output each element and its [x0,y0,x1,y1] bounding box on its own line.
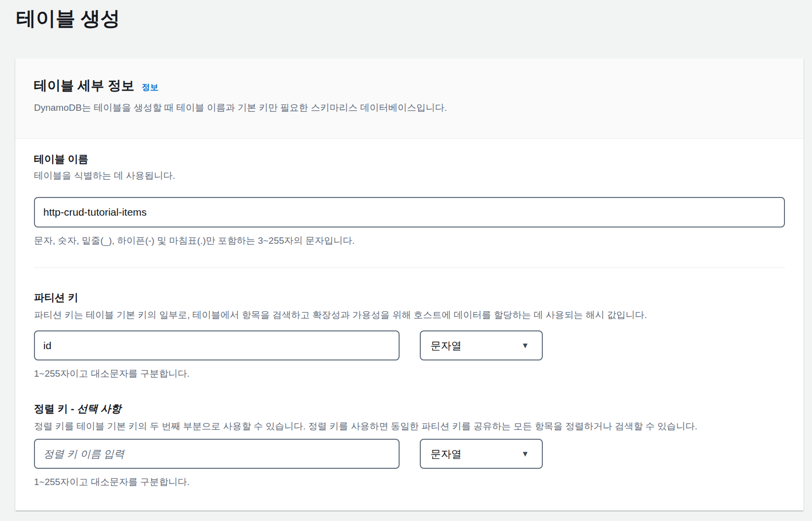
sort-key-label-text: 정렬 키 - [34,403,77,414]
sort-key-optional-label: 선택 사항 [77,403,122,414]
caret-down-icon: ▼ [521,450,529,458]
sort-key-description: 정렬 키를 테이블 기본 키의 두 번째 부분으로 사용할 수 있습니다. 정렬… [34,420,785,433]
table-details-panel: 테이블 세부 정보 정보 DynamoDB는 테이블을 생성할 때 테이블 이름… [15,59,804,511]
table-name-input[interactable] [34,197,785,228]
panel-body: 테이블 이름 테이블을 식별하는 데 사용됩니다. 문자, 숫자, 밑줄(_),… [15,139,804,511]
table-name-hint: 테이블을 식별하는 데 사용됩니다. [34,169,785,182]
panel-header: 테이블 세부 정보 정보 DynamoDB는 테이블을 생성할 때 테이블 이름… [15,59,804,139]
partition-key-description: 파티션 키는 테이블 기본 키의 일부로, 테이블에서 항목을 검색하고 확장성… [34,309,785,322]
sort-key-constraint: 1~255자이고 대소문자를 구분합니다. [34,476,785,488]
sort-key-row: 문자열 ▼ [34,439,785,469]
partition-key-label: 파티션 키 [34,291,785,304]
panel-title-row: 테이블 세부 정보 정보 [34,77,785,94]
partition-key-constraint: 1~255자이고 대소문자를 구분합니다. [34,368,785,380]
panel-title: 테이블 세부 정보 [34,77,134,94]
table-name-constraint: 문자, 숫자, 밑줄(_), 하이픈(-) 및 마침표(.)만 포함하는 3~2… [34,235,785,247]
partition-key-type-value: 문자열 [431,339,462,353]
sort-key-input[interactable] [34,439,400,469]
table-name-label: 테이블 이름 [34,152,785,166]
panel-description: DynamoDB는 테이블을 생성할 때 테이블 이름과 기본 키만 필요한 스… [34,101,785,115]
sort-key-type-value: 문자열 [431,447,462,461]
partition-key-type-select[interactable]: 문자열 ▼ [420,330,543,360]
caret-down-icon: ▼ [521,342,529,350]
info-link[interactable]: 정보 [142,82,158,93]
partition-key-input[interactable] [34,330,400,360]
section-divider [34,267,785,268]
sort-key-label: 정렬 키 - 선택 사항 [34,402,785,416]
page-title: 테이블 생성 [0,0,812,33]
sort-key-type-select[interactable]: 문자열 ▼ [420,439,543,469]
partition-key-row: 문자열 ▼ [34,330,785,360]
